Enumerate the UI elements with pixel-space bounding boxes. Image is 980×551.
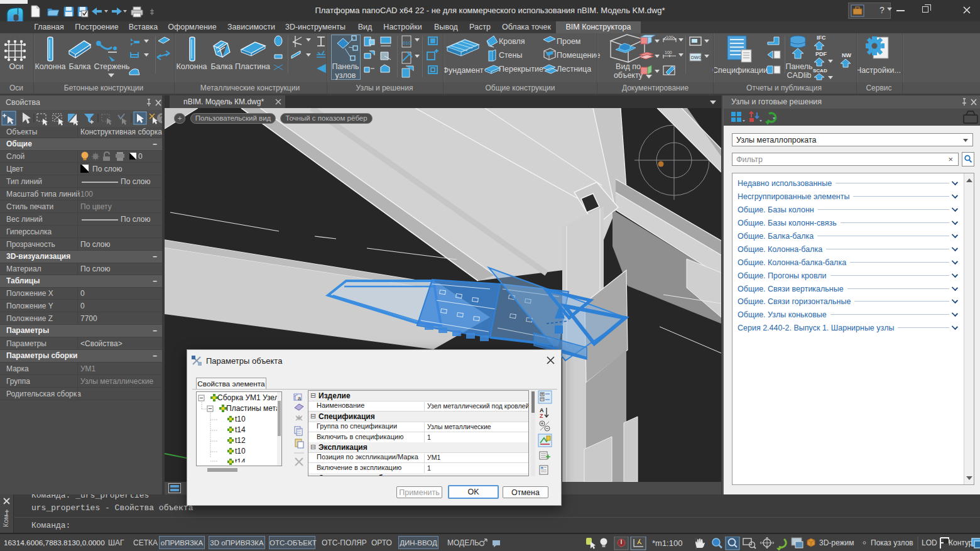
svg-text:Z: Z: [540, 413, 543, 419]
svg-text:SCAD: SCAD: [813, 68, 827, 74]
svg-text:a: a: [298, 395, 301, 401]
svg-text:100: 100: [665, 50, 672, 55]
svg-text:LOD: LOD: [922, 538, 937, 547]
svg-text:IFC: IFC: [817, 35, 826, 41]
svg-text:Контур: Контур: [949, 538, 973, 547]
svg-text:*m1:100: *m1:100: [652, 538, 682, 548]
svg-text:NW: NW: [842, 52, 851, 58]
svg-text:3D-режим: 3D-режим: [819, 538, 854, 547]
svg-text:PDF: PDF: [815, 51, 827, 57]
svg-text:010: 010: [403, 40, 411, 46]
svg-text:Показ узлов: Показ узлов: [871, 538, 913, 547]
svg-text:100: 100: [666, 35, 673, 40]
svg-text:DWG: DWG: [691, 55, 702, 60]
